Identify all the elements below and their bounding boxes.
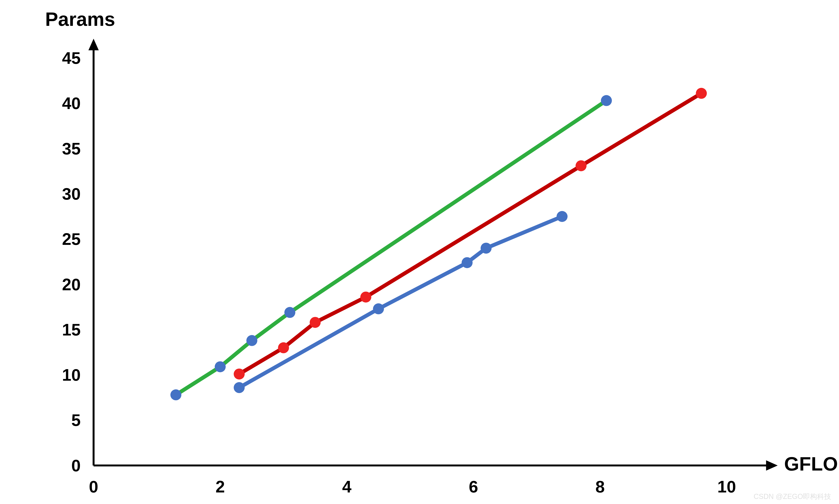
series-line-green bbox=[176, 101, 606, 395]
series-point-red bbox=[576, 160, 587, 171]
x-axis-title: GFLOPs bbox=[784, 453, 839, 475]
y-tick-label: 40 bbox=[62, 94, 81, 112]
y-tick-label: 0 bbox=[71, 456, 81, 475]
series-line-red bbox=[239, 93, 701, 374]
y-tick-label: 10 bbox=[62, 365, 81, 384]
y-tick-label: 30 bbox=[62, 184, 81, 203]
series-point-red bbox=[310, 317, 321, 328]
x-tick-label: 0 bbox=[89, 477, 98, 496]
y-tick-label: 25 bbox=[62, 230, 81, 248]
series-group bbox=[170, 88, 707, 400]
y-tick-label: 15 bbox=[62, 320, 81, 339]
y-axis-title: Params bbox=[45, 8, 115, 30]
x-tick-label: 10 bbox=[717, 477, 736, 496]
y-axis-arrow bbox=[88, 39, 99, 50]
series-point-red bbox=[696, 88, 707, 99]
series-point-blue bbox=[234, 382, 245, 393]
x-tick-label: 8 bbox=[596, 477, 605, 496]
y-tick-label: 5 bbox=[71, 411, 81, 429]
series-point-green bbox=[284, 307, 295, 318]
series-point-blue bbox=[373, 303, 384, 314]
series-point-blue bbox=[557, 211, 568, 222]
x-tick-label: 6 bbox=[469, 477, 478, 496]
y-tick-label: 20 bbox=[62, 275, 81, 294]
chart-svg: 0246810051015202530354045ParamsGFLOPsCSD… bbox=[0, 0, 839, 504]
y-tick-label: 45 bbox=[62, 49, 81, 67]
series-point-green bbox=[170, 389, 182, 400]
chart-container: 0246810051015202530354045ParamsGFLOPsCSD… bbox=[0, 0, 839, 504]
series-point-red bbox=[278, 342, 289, 353]
series-point-blue bbox=[481, 243, 492, 254]
watermark: CSDN @ZEGO即构科技 bbox=[754, 492, 831, 501]
series-point-green bbox=[215, 361, 226, 372]
series-point-green bbox=[601, 95, 612, 106]
x-tick-label: 4 bbox=[342, 477, 352, 496]
series-point-red bbox=[234, 368, 245, 379]
series-line-blue bbox=[239, 216, 562, 388]
x-tick-label: 2 bbox=[216, 477, 225, 496]
y-tick-label: 35 bbox=[62, 139, 81, 158]
series-point-green bbox=[246, 335, 257, 346]
series-point-blue bbox=[462, 257, 473, 268]
x-axis-arrow bbox=[766, 460, 778, 471]
series-point-red bbox=[360, 292, 371, 303]
